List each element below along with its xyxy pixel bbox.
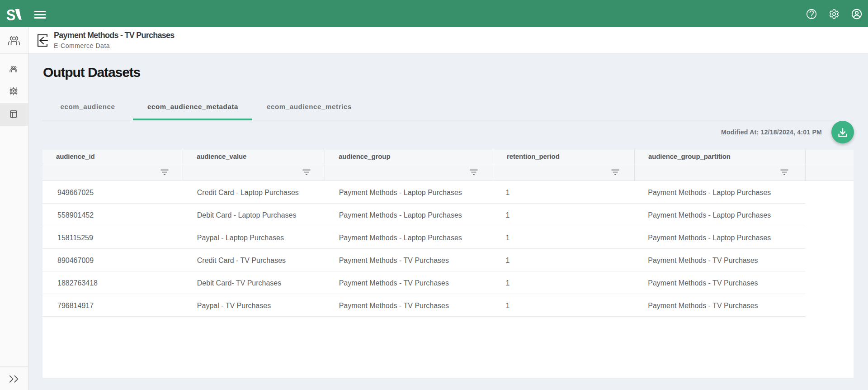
svg-text:S: S: [6, 7, 15, 21]
